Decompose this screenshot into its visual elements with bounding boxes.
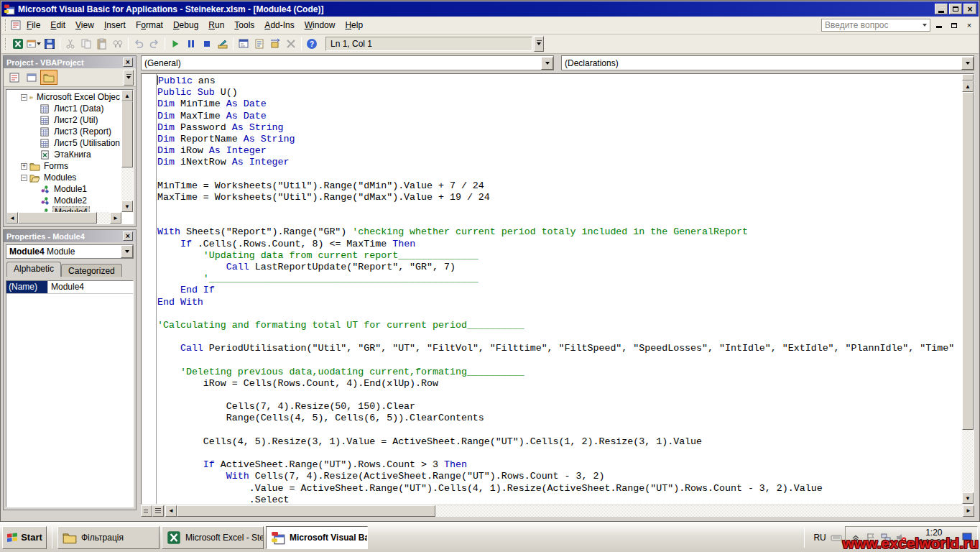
- menu-items: FileEditViewInsertFormatDebugRunToolsAdd…: [22, 20, 368, 30]
- code-hscrollbar[interactable]: ◄ ►: [165, 505, 974, 517]
- properties-panel-close-icon[interactable]: ×: [123, 231, 133, 241]
- paste-button[interactable]: [94, 36, 110, 52]
- object-combo-dropdown-icon[interactable]: [541, 57, 553, 70]
- view-excel-button[interactable]: [10, 36, 26, 52]
- language-indicator[interactable]: RU: [809, 530, 830, 545]
- procedure-combo[interactable]: (Declarations): [561, 55, 974, 70]
- project-tree-vscrollbar[interactable]: ▲ ▼: [121, 90, 133, 212]
- menu-edit[interactable]: Edit: [45, 18, 70, 32]
- expand-icon[interactable]: +: [21, 163, 27, 170]
- toolbar-grip[interactable]: [5, 38, 7, 50]
- question-box[interactable]: Введите вопрос: [821, 19, 930, 32]
- code-margin-indicator-bar[interactable]: [142, 74, 157, 504]
- code-line: .Select: [157, 494, 961, 504]
- toolbox-button[interactable]: [283, 36, 299, 52]
- menu-file[interactable]: File: [22, 18, 45, 32]
- tree-item-microsoft-excel-objec[interactable]: −Microsoft Excel Objec: [6, 91, 121, 103]
- help-button[interactable]: ?: [304, 36, 320, 52]
- object-selector-dropdown-icon[interactable]: [121, 245, 133, 258]
- tab-alphabetic[interactable]: Alphabetic: [6, 262, 61, 277]
- collapse-icon[interactable]: −: [21, 175, 27, 181]
- menu-window[interactable]: Window: [300, 18, 341, 32]
- keyboard-icon[interactable]: [831, 532, 842, 543]
- question-box-dropdown-icon[interactable]: [923, 24, 927, 29]
- project-panel-header[interactable]: Project - VBAProject ×: [4, 56, 136, 68]
- project-explorer-button[interactable]: [236, 36, 251, 52]
- menu-debug[interactable]: Debug: [168, 18, 203, 32]
- project-toolbar-overflow-button[interactable]: [124, 70, 134, 86]
- tree-item-module4[interactable]: Module4: [6, 206, 121, 212]
- mdi-restore-button[interactable]: [948, 19, 961, 31]
- object-combo[interactable]: (General): [141, 55, 554, 70]
- mdi-minimize-button[interactable]: [933, 19, 946, 31]
- procedure-view-button[interactable]: [141, 505, 152, 517]
- project-tree-hscrollbar[interactable]: ◄ ►: [6, 212, 121, 224]
- menu-help[interactable]: Help: [340, 18, 368, 32]
- save-button[interactable]: [42, 36, 57, 52]
- code-vscrollbar[interactable]: ▲ ▼: [962, 74, 974, 504]
- toggle-folders-button[interactable]: [40, 70, 57, 85]
- menu-addins[interactable]: Add-Ins: [259, 18, 299, 32]
- split-handle[interactable]: [962, 74, 974, 80]
- menu-insert[interactable]: Insert: [99, 18, 131, 32]
- tree-item-module2[interactable]: Module2: [6, 195, 121, 206]
- full-module-view-button[interactable]: [152, 505, 164, 517]
- start-button[interactable]: Start: [2, 526, 47, 549]
- menubar-grip[interactable]: [5, 19, 7, 31]
- minimize-button[interactable]: [935, 4, 948, 14]
- code-line: Dim iRow As Integer: [157, 145, 961, 157]
- tree-item-лист3-report-[interactable]: Лист3 (Report): [6, 126, 121, 137]
- menu-tools[interactable]: Tools: [229, 18, 259, 32]
- view-object-button[interactable]: [23, 70, 40, 85]
- copy-button[interactable]: [78, 36, 94, 52]
- tree-item-label: Лист2 (Util): [52, 115, 99, 125]
- code-editor[interactable]: Public ansPublic Sub U()Dim MinTime As D…: [141, 73, 974, 505]
- reset-button[interactable]: [199, 36, 215, 52]
- mdi-child-icon[interactable]: [10, 19, 22, 31]
- tree-item-лист2-util-[interactable]: Лист2 (Util): [6, 114, 121, 126]
- design-mode-button[interactable]: [215, 36, 231, 52]
- tree-item-лист1-data-[interactable]: Лист1 (Data): [6, 103, 121, 114]
- cut-button[interactable]: [63, 36, 78, 52]
- folder-open-icon: [29, 92, 33, 103]
- property-row-name[interactable]: (Name) Module4: [6, 281, 133, 294]
- code-line: Dim MinTime As Date: [157, 98, 961, 110]
- tree-item-лист5-utilisation[interactable]: Лист5 (Utilisation: [6, 137, 121, 149]
- menu-run[interactable]: Run: [203, 18, 229, 32]
- tab-categorized[interactable]: Categorized: [61, 264, 122, 277]
- copy-icon: [80, 38, 92, 50]
- menu-view[interactable]: View: [70, 18, 99, 32]
- find-button[interactable]: [110, 36, 126, 52]
- menu-format[interactable]: Format: [131, 18, 168, 32]
- toolbox-icon: [285, 38, 297, 50]
- object-selector-combo[interactable]: Module4 Module: [6, 244, 134, 259]
- insert-userform-button[interactable]: [26, 36, 42, 52]
- task-button-microsoft-visual-ba-[interactable]: Microsoft Visual Ba...: [266, 526, 368, 549]
- code-line: Dim MaxTime As Date: [157, 111, 961, 122]
- tree-item-module1[interactable]: Module1: [6, 183, 121, 195]
- tree-item-modules[interactable]: −Modules: [6, 172, 121, 183]
- properties-window-button[interactable]: [251, 36, 267, 52]
- task-button-microsoft-excel-stei-[interactable]: Microsoft Excel - Stei...: [162, 526, 264, 549]
- procedure-combo-dropdown-icon[interactable]: [961, 57, 974, 70]
- tree-item-этакнига[interactable]: ЭтаКнига: [6, 149, 121, 160]
- close-button[interactable]: ×: [963, 4, 976, 14]
- run-button[interactable]: [167, 36, 183, 52]
- code-line: MaxTime = Worksheets("Util").Range("dMax…: [157, 192, 961, 203]
- project-panel-close-icon[interactable]: ×: [123, 58, 133, 67]
- code-line: [157, 169, 961, 180]
- undo-button[interactable]: [131, 36, 147, 52]
- properties-panel-header[interactable]: Properties - Module4 ×: [4, 230, 136, 242]
- mdi-close-button[interactable]: ×: [963, 19, 976, 31]
- redo-button[interactable]: [147, 36, 162, 52]
- code-bottom-bar: ◄ ►: [141, 505, 974, 517]
- object-browser-button[interactable]: [267, 36, 283, 52]
- collapse-icon[interactable]: −: [21, 94, 27, 101]
- tree-item-forms[interactable]: +Forms: [6, 160, 121, 172]
- restore-button[interactable]: [949, 4, 962, 14]
- toolbar-overflow-button[interactable]: [534, 36, 544, 52]
- view-code-button[interactable]: [6, 70, 23, 85]
- task-button-фільтрація[interactable]: Фільтрація: [57, 526, 160, 549]
- break-button[interactable]: [183, 36, 199, 52]
- vba-app-icon: [271, 530, 285, 545]
